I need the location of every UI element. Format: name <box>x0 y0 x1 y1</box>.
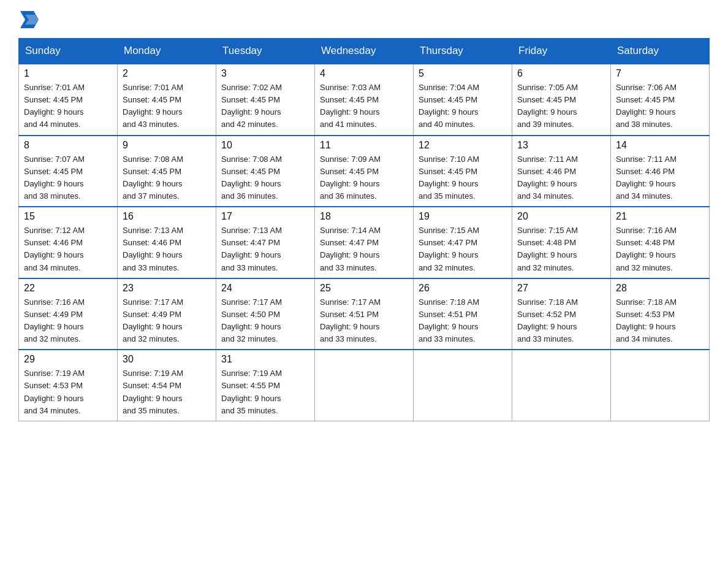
calendar-day: 9Sunrise: 7:08 AMSunset: 4:45 PMDaylight… <box>118 136 216 207</box>
col-monday: Monday <box>118 39 216 64</box>
calendar-day <box>611 350 710 421</box>
day-number: 23 <box>123 283 211 294</box>
calendar-week-3: 15Sunrise: 7:12 AMSunset: 4:46 PMDayligh… <box>19 207 710 278</box>
calendar-day: 14Sunrise: 7:11 AMSunset: 4:46 PMDayligh… <box>611 136 710 207</box>
calendar-day: 20Sunrise: 7:15 AMSunset: 4:48 PMDayligh… <box>512 207 611 278</box>
day-info: Sunrise: 7:17 AMSunset: 4:51 PMDaylight:… <box>320 296 408 346</box>
day-number: 8 <box>24 140 112 151</box>
calendar-day: 29Sunrise: 7:19 AMSunset: 4:53 PMDayligh… <box>19 350 118 421</box>
day-info: Sunrise: 7:17 AMSunset: 4:49 PMDaylight:… <box>123 296 211 346</box>
day-info: Sunrise: 7:19 AMSunset: 4:53 PMDaylight:… <box>24 367 112 417</box>
calendar-week-1: 1Sunrise: 7:01 AMSunset: 4:45 PMDaylight… <box>19 64 710 136</box>
day-number: 19 <box>419 211 507 222</box>
day-info: Sunrise: 7:13 AMSunset: 4:46 PMDaylight:… <box>123 224 211 274</box>
calendar-day: 16Sunrise: 7:13 AMSunset: 4:46 PMDayligh… <box>118 207 216 278</box>
day-number: 20 <box>517 211 605 222</box>
day-info: Sunrise: 7:11 AMSunset: 4:46 PMDaylight:… <box>517 153 605 203</box>
day-number: 13 <box>517 140 605 151</box>
logo-arrow-icon <box>20 11 39 28</box>
day-number: 4 <box>320 68 408 79</box>
day-number: 9 <box>123 140 211 151</box>
day-info: Sunrise: 7:11 AMSunset: 4:46 PMDaylight:… <box>616 153 704 203</box>
days-of-week-row: Sunday Monday Tuesday Wednesday Thursday… <box>19 39 710 64</box>
day-number: 7 <box>616 68 704 79</box>
page-header <box>18 12 710 28</box>
calendar-day: 24Sunrise: 7:17 AMSunset: 4:50 PMDayligh… <box>216 278 315 350</box>
calendar-day: 28Sunrise: 7:18 AMSunset: 4:53 PMDayligh… <box>611 278 710 350</box>
day-number: 17 <box>221 211 309 222</box>
day-number: 2 <box>123 68 211 79</box>
day-info: Sunrise: 7:15 AMSunset: 4:48 PMDaylight:… <box>517 224 605 274</box>
calendar-week-4: 22Sunrise: 7:16 AMSunset: 4:49 PMDayligh… <box>19 278 710 350</box>
calendar-day: 5Sunrise: 7:04 AMSunset: 4:45 PMDaylight… <box>414 64 512 136</box>
calendar-day: 2Sunrise: 7:01 AMSunset: 4:45 PMDaylight… <box>118 64 216 136</box>
calendar-day <box>512 350 611 421</box>
day-info: Sunrise: 7:18 AMSunset: 4:51 PMDaylight:… <box>419 296 507 346</box>
day-info: Sunrise: 7:15 AMSunset: 4:47 PMDaylight:… <box>419 224 507 274</box>
calendar-day: 11Sunrise: 7:09 AMSunset: 4:45 PMDayligh… <box>315 136 414 207</box>
day-number: 14 <box>616 140 704 151</box>
col-wednesday: Wednesday <box>315 39 414 64</box>
day-number: 28 <box>616 283 704 294</box>
day-info: Sunrise: 7:08 AMSunset: 4:45 PMDaylight:… <box>221 153 309 203</box>
day-number: 3 <box>221 68 309 79</box>
calendar-day: 31Sunrise: 7:19 AMSunset: 4:55 PMDayligh… <box>216 350 315 421</box>
day-number: 22 <box>24 283 112 294</box>
day-info: Sunrise: 7:19 AMSunset: 4:55 PMDaylight:… <box>221 367 309 417</box>
col-sunday: Sunday <box>19 39 118 64</box>
calendar-day: 26Sunrise: 7:18 AMSunset: 4:51 PMDayligh… <box>414 278 512 350</box>
day-info: Sunrise: 7:08 AMSunset: 4:45 PMDaylight:… <box>123 153 211 203</box>
col-friday: Friday <box>512 39 611 64</box>
day-info: Sunrise: 7:07 AMSunset: 4:45 PMDaylight:… <box>24 153 112 203</box>
day-info: Sunrise: 7:14 AMSunset: 4:47 PMDaylight:… <box>320 224 408 274</box>
calendar-body: 1Sunrise: 7:01 AMSunset: 4:45 PMDaylight… <box>19 64 710 421</box>
day-info: Sunrise: 7:12 AMSunset: 4:46 PMDaylight:… <box>24 224 112 274</box>
calendar-day: 21Sunrise: 7:16 AMSunset: 4:48 PMDayligh… <box>611 207 710 278</box>
day-number: 29 <box>24 354 112 365</box>
day-info: Sunrise: 7:03 AMSunset: 4:45 PMDaylight:… <box>320 82 408 131</box>
day-info: Sunrise: 7:01 AMSunset: 4:45 PMDaylight:… <box>123 82 211 131</box>
day-info: Sunrise: 7:06 AMSunset: 4:45 PMDaylight:… <box>616 82 704 131</box>
calendar-day: 27Sunrise: 7:18 AMSunset: 4:52 PMDayligh… <box>512 278 611 350</box>
col-saturday: Saturday <box>611 39 710 64</box>
day-number: 26 <box>419 283 507 294</box>
calendar-day: 15Sunrise: 7:12 AMSunset: 4:46 PMDayligh… <box>19 207 118 278</box>
calendar-day: 6Sunrise: 7:05 AMSunset: 4:45 PMDaylight… <box>512 64 611 136</box>
calendar-day: 19Sunrise: 7:15 AMSunset: 4:47 PMDayligh… <box>414 207 512 278</box>
calendar-day: 4Sunrise: 7:03 AMSunset: 4:45 PMDaylight… <box>315 64 414 136</box>
col-thursday: Thursday <box>414 39 512 64</box>
col-tuesday: Tuesday <box>216 39 315 64</box>
day-info: Sunrise: 7:18 AMSunset: 4:53 PMDaylight:… <box>616 296 704 346</box>
day-number: 24 <box>221 283 309 294</box>
calendar-day: 17Sunrise: 7:13 AMSunset: 4:47 PMDayligh… <box>216 207 315 278</box>
day-info: Sunrise: 7:09 AMSunset: 4:45 PMDaylight:… <box>320 153 408 203</box>
calendar-day: 10Sunrise: 7:08 AMSunset: 4:45 PMDayligh… <box>216 136 315 207</box>
calendar-day: 3Sunrise: 7:02 AMSunset: 4:45 PMDaylight… <box>216 64 315 136</box>
day-number: 16 <box>123 211 211 222</box>
calendar-day: 1Sunrise: 7:01 AMSunset: 4:45 PMDaylight… <box>19 64 118 136</box>
day-number: 21 <box>616 211 704 222</box>
day-number: 25 <box>320 283 408 294</box>
day-number: 15 <box>24 211 112 222</box>
day-number: 1 <box>24 68 112 79</box>
day-info: Sunrise: 7:18 AMSunset: 4:52 PMDaylight:… <box>517 296 605 346</box>
logo <box>18 12 39 28</box>
day-info: Sunrise: 7:05 AMSunset: 4:45 PMDaylight:… <box>517 82 605 131</box>
day-info: Sunrise: 7:17 AMSunset: 4:50 PMDaylight:… <box>221 296 309 346</box>
calendar-day: 30Sunrise: 7:19 AMSunset: 4:54 PMDayligh… <box>118 350 216 421</box>
calendar-day <box>315 350 414 421</box>
day-number: 18 <box>320 211 408 222</box>
day-info: Sunrise: 7:16 AMSunset: 4:49 PMDaylight:… <box>24 296 112 346</box>
day-number: 10 <box>221 140 309 151</box>
calendar-day: 23Sunrise: 7:17 AMSunset: 4:49 PMDayligh… <box>118 278 216 350</box>
day-info: Sunrise: 7:16 AMSunset: 4:48 PMDaylight:… <box>616 224 704 274</box>
calendar-day <box>414 350 512 421</box>
day-info: Sunrise: 7:10 AMSunset: 4:45 PMDaylight:… <box>419 153 507 203</box>
day-number: 11 <box>320 140 408 151</box>
day-number: 5 <box>419 68 507 79</box>
day-number: 6 <box>517 68 605 79</box>
calendar-table: Sunday Monday Tuesday Wednesday Thursday… <box>18 38 710 421</box>
calendar-day: 25Sunrise: 7:17 AMSunset: 4:51 PMDayligh… <box>315 278 414 350</box>
day-info: Sunrise: 7:02 AMSunset: 4:45 PMDaylight:… <box>221 82 309 131</box>
day-number: 30 <box>123 354 211 365</box>
